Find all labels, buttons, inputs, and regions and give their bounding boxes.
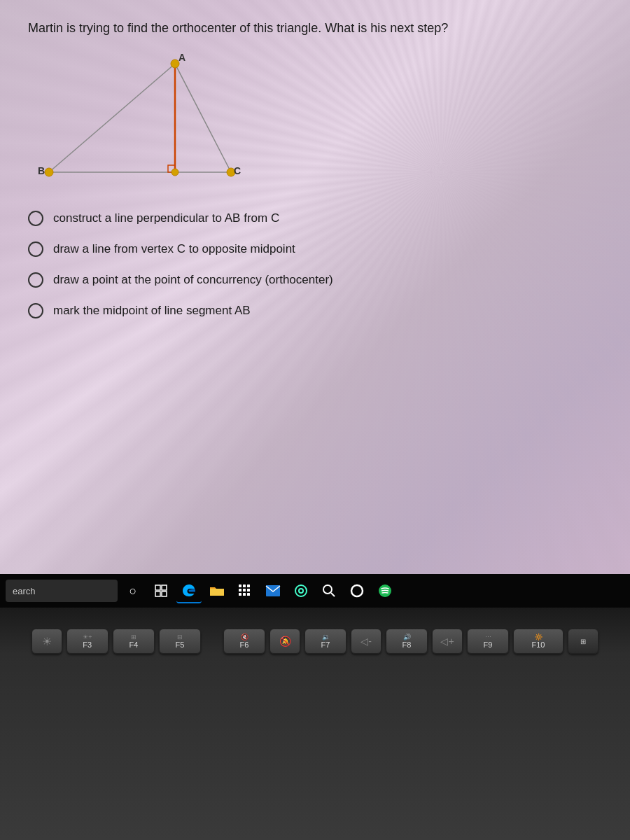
apps-svg xyxy=(238,584,252,598)
altitude-foot-dot xyxy=(172,169,178,176)
taskbar: earch ○ xyxy=(0,574,630,608)
f8-key[interactable]: 🔊 F8 xyxy=(386,629,428,654)
svg-rect-9 xyxy=(243,589,246,592)
f9-key[interactable]: ⋯ F9 xyxy=(467,629,509,654)
keyboard-area: ☀ ☀+ F3 ⊞ F4 ⊟ F5 🔇 F6 xyxy=(0,608,630,840)
svg-rect-13 xyxy=(247,593,250,596)
taskview-svg xyxy=(154,584,168,598)
answer-choices: construct a line perpendicular to AB fro… xyxy=(28,211,595,318)
taskbar-apps-icon[interactable] xyxy=(232,578,258,603)
vol-down-key[interactable]: ◁- xyxy=(351,629,382,654)
svg-point-17 xyxy=(300,589,302,592)
circle-svg xyxy=(350,584,364,598)
taskbar-refresh-icon[interactable] xyxy=(288,578,314,603)
option-2-text: draw a line from vertex C to opposite mi… xyxy=(53,242,295,256)
svg-rect-5 xyxy=(239,584,241,587)
svg-rect-7 xyxy=(247,584,250,587)
function-keys-row: ☀ ☀+ F3 ⊞ F4 ⊟ F5 🔇 F6 xyxy=(18,629,612,654)
mute-key[interactable]: 🔕 xyxy=(270,629,300,654)
radio-4[interactable] xyxy=(28,303,43,318)
search-bar[interactable]: earch xyxy=(6,580,118,602)
spotify-svg xyxy=(378,584,392,598)
label-b: B xyxy=(38,165,45,176)
svg-rect-12 xyxy=(243,593,246,596)
vertex-b-dot xyxy=(45,168,53,176)
svg-rect-2 xyxy=(155,592,160,596)
svg-rect-14 xyxy=(266,585,280,596)
label-a: A xyxy=(178,52,186,63)
side-ac xyxy=(175,64,231,172)
taskbar-taskview-icon[interactable] xyxy=(148,578,174,603)
label-c: C xyxy=(234,165,241,176)
edge-svg xyxy=(181,582,197,598)
f7-key[interactable]: 🔉 F7 xyxy=(304,629,346,654)
taskbar-search-icon[interactable]: ○ xyxy=(120,578,146,603)
svg-point-20 xyxy=(351,585,363,596)
svg-rect-0 xyxy=(155,585,160,590)
taskbar-edge-icon[interactable] xyxy=(176,578,202,603)
taskbar-folder-icon[interactable] xyxy=(204,578,230,603)
brightness-key[interactable]: ☀ xyxy=(31,629,62,654)
taskbar-spotify-icon[interactable] xyxy=(372,578,398,603)
svg-rect-11 xyxy=(239,593,241,596)
radio-3[interactable] xyxy=(28,272,43,288)
extra-key[interactable]: ⊞ xyxy=(568,629,598,654)
main-screen: Martin is trying to find the orthocenter… xyxy=(0,0,630,574)
taskbar-mail-icon[interactable] xyxy=(260,578,286,603)
svg-rect-10 xyxy=(247,589,250,592)
question-text: Martin is trying to find the orthocenter… xyxy=(28,21,595,36)
svg-rect-1 xyxy=(162,585,167,590)
f6-key[interactable]: 🔇 F6 xyxy=(223,629,265,654)
f5-key[interactable]: ⊟ F5 xyxy=(159,629,201,654)
svg-line-19 xyxy=(331,593,335,596)
mail-svg xyxy=(265,584,281,597)
f10-key[interactable]: 🔆 F10 xyxy=(513,629,564,654)
zoom-svg xyxy=(322,584,336,598)
f3-key[interactable]: ☀+ F3 xyxy=(66,629,108,654)
svg-rect-6 xyxy=(243,584,246,587)
triangle-svg: A B C xyxy=(28,50,266,190)
taskbar-zoom-icon[interactable] xyxy=(316,578,342,603)
svg-rect-3 xyxy=(162,592,167,596)
option-4[interactable]: mark the midpoint of line segment AB xyxy=(28,303,595,318)
option-1-text: construct a line perpendicular to AB fro… xyxy=(53,211,279,225)
side-ab xyxy=(49,64,175,172)
option-4-text: mark the midpoint of line segment AB xyxy=(53,304,251,318)
option-1[interactable]: construct a line perpendicular to AB fro… xyxy=(28,211,595,226)
taskbar-circle-icon[interactable] xyxy=(344,578,370,603)
folder-svg xyxy=(209,584,225,598)
option-3[interactable]: draw a point at the point of concurrency… xyxy=(28,272,595,288)
radio-1[interactable] xyxy=(28,211,43,226)
vol-up-key[interactable]: ◁+ xyxy=(432,629,463,654)
svg-rect-8 xyxy=(239,589,241,592)
radio-2[interactable] xyxy=(28,241,43,257)
option-2[interactable]: draw a line from vertex C to opposite mi… xyxy=(28,241,595,257)
triangle-diagram: A B C xyxy=(28,50,266,190)
svg-point-18 xyxy=(323,585,332,594)
search-text: earch xyxy=(13,586,36,596)
svg-rect-4 xyxy=(210,589,224,596)
option-3-text: draw a point at the point of concurrency… xyxy=(53,273,333,287)
f4-key[interactable]: ⊞ F4 xyxy=(113,629,155,654)
refresh-svg xyxy=(294,584,308,598)
